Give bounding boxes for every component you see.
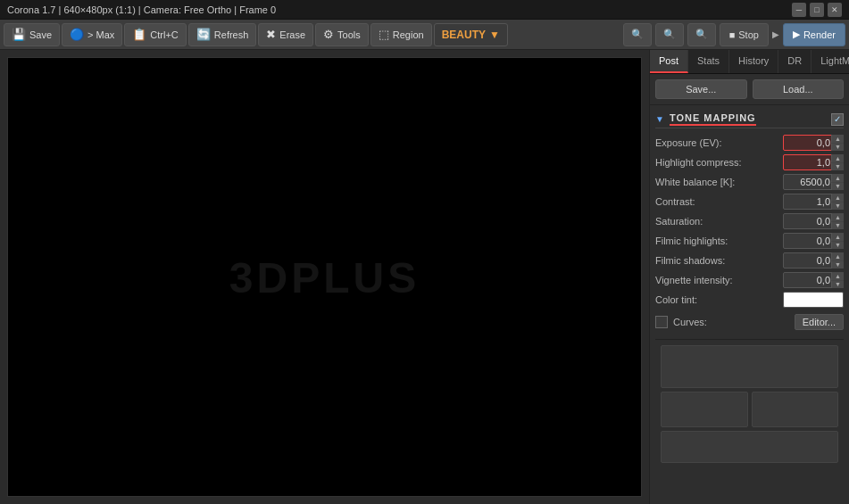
refresh-button[interactable]: 🔄 Refresh — [188, 23, 257, 46]
curves-editor-button[interactable]: Editor... — [795, 314, 844, 330]
window-controls: ─ □ ✕ — [792, 3, 842, 17]
max-icon: 🔵 — [70, 28, 84, 41]
zoom-fit-button[interactable]: 🔍 — [623, 23, 652, 46]
zoom-fit-icon: 🔍 — [631, 29, 644, 40]
prop-spin-down-white_balance[interactable]: ▼ — [831, 183, 844, 191]
stop-button[interactable]: ■ Stop — [720, 23, 769, 46]
tone-mapping-title: TONE MAPPING — [670, 112, 756, 126]
beauty-dropdown[interactable]: BEAUTY ▼ — [434, 23, 508, 46]
tab-lightmix[interactable]: LightMix — [812, 50, 849, 73]
prop-spin-down-exposure[interactable]: ▼ — [831, 144, 844, 152]
region-icon: ⬚ — [379, 28, 389, 41]
tab-dr[interactable]: DR — [778, 50, 812, 73]
copy-icon: 📋 — [132, 28, 146, 41]
prop-input-wrap-vignette_intensity: ▲▼ — [783, 272, 844, 288]
zoom-in-button[interactable]: 🔍 — [655, 23, 684, 46]
prop-label-contrast: Contrast: — [655, 196, 783, 207]
prop-input-wrap-white_balance: ▲▼ — [783, 174, 844, 190]
maximize-button[interactable]: □ — [810, 3, 824, 17]
prop-spin-up-contrast[interactable]: ▲ — [831, 194, 844, 202]
tone-mapping-section: ▼ TONE MAPPING ✓ Exposure (EV):▲▼Highlig… — [650, 105, 849, 504]
erase-button[interactable]: ✖ Erase — [258, 23, 313, 46]
prop-spin-up-filmic_highlights[interactable]: ▲ — [831, 233, 844, 242]
prop-spin-down-saturation[interactable]: ▼ — [831, 222, 844, 230]
arrow-icon: ▶ — [772, 29, 779, 39]
panel-tabs: Post Stats History DR LightMix — [650, 50, 849, 74]
prop-spin-down-contrast[interactable]: ▼ — [831, 202, 844, 211]
zoom-out-icon: 🔍 — [695, 29, 708, 40]
prop-spin-up-vignette_intensity[interactable]: ▲ — [831, 272, 844, 281]
tab-post[interactable]: Post — [650, 50, 688, 73]
prop-spin-up-saturation[interactable]: ▲ — [831, 213, 844, 222]
render-viewport: 3DPLUS — [7, 57, 642, 497]
tone-mapping-header: ▼ TONE MAPPING ✓ — [655, 111, 844, 128]
close-button[interactable]: ✕ — [828, 3, 842, 17]
save-icon: 💾 — [12, 28, 26, 41]
preview-row-2 — [661, 431, 838, 463]
save-panel-button[interactable]: Save... — [655, 79, 747, 99]
minimize-button[interactable]: ─ — [792, 3, 806, 17]
prop-row-filmic_highlights: Filmic highlights:▲▼ — [655, 232, 844, 250]
tab-history[interactable]: History — [729, 50, 778, 73]
render-button[interactable]: ▶ Render — [783, 23, 845, 46]
tone-mapping-toggle[interactable]: ✓ — [831, 113, 844, 126]
prop-spinner-contrast: ▲▼ — [831, 194, 844, 210]
prop-row-white_balance: White balance [K]:▲▼ — [655, 173, 844, 191]
save-button[interactable]: 💾 Save — [4, 23, 60, 46]
prop-label-exposure: Exposure (EV): — [655, 137, 783, 148]
color-tint-label: Color tint: — [655, 294, 783, 305]
prop-spin-down-filmic_highlights[interactable]: ▼ — [831, 242, 844, 250]
title-bar: Corona 1.7 | 640×480px (1:1) | Camera: F… — [0, 0, 849, 20]
prop-row-saturation: Saturation:▲▼ — [655, 212, 844, 230]
tab-stats[interactable]: Stats — [688, 50, 729, 73]
prop-input-wrap-exposure: ▲▼ — [783, 135, 844, 151]
prop-spin-down-vignette_intensity[interactable]: ▼ — [831, 281, 844, 289]
prop-spin-down-highlight_compress[interactable]: ▼ — [831, 163, 844, 171]
watermark: 3DPLUS — [229, 252, 420, 302]
prop-input-wrap-highlight_compress: ▲▼ — [783, 154, 844, 170]
prop-spin-up-white_balance[interactable]: ▲ — [831, 174, 844, 183]
color-tint-row: Color tint: — [655, 291, 844, 309]
prop-label-filmic_shadows: Filmic shadows: — [655, 255, 783, 266]
prop-spin-down-filmic_shadows[interactable]: ▼ — [831, 261, 844, 269]
region-button[interactable]: ⬚ Region — [370, 23, 432, 46]
prop-spinner-filmic_shadows: ▲▼ — [831, 252, 844, 269]
dropdown-arrow-icon: ▼ — [489, 29, 500, 41]
curves-row: Curves: Editor... — [655, 312, 844, 332]
panel-actions: Save... Load... — [650, 74, 849, 105]
ctrl-c-button[interactable]: 📋 Ctrl+C — [124, 23, 186, 46]
prop-row-contrast: Contrast:▲▼ — [655, 193, 844, 211]
render-icon: ▶ — [793, 29, 800, 40]
max-button[interactable]: 🔵 > Max — [62, 23, 122, 46]
tools-button[interactable]: ⚙ Tools — [315, 23, 369, 46]
prop-label-vignette_intensity: Vignette intensity: — [655, 275, 783, 285]
prop-spinner-white_balance: ▲▼ — [831, 174, 844, 190]
curves-checkbox[interactable] — [655, 316, 668, 328]
prop-spinner-exposure: ▲▼ — [831, 135, 844, 151]
prop-input-wrap-filmic_highlights: ▲▼ — [783, 233, 844, 249]
prop-spin-up-highlight_compress[interactable]: ▲ — [831, 154, 844, 163]
tools-icon: ⚙ — [323, 28, 334, 41]
prop-label-filmic_highlights: Filmic highlights: — [655, 235, 783, 246]
prop-row-exposure: Exposure (EV):▲▼ — [655, 134, 844, 152]
prop-input-wrap-saturation: ▲▼ — [783, 213, 844, 229]
prop-input-wrap-filmic_shadows: ▲▼ — [783, 252, 844, 269]
color-tint-swatch[interactable] — [783, 292, 844, 308]
preview-row — [661, 392, 838, 427]
prop-spin-up-filmic_shadows[interactable]: ▲ — [831, 252, 844, 261]
erase-icon: ✖ — [266, 28, 276, 41]
stop-icon: ■ — [729, 29, 736, 40]
prop-label-highlight_compress: Highlight compress: — [655, 157, 783, 168]
app-title: Corona 1.7 | 640×480px (1:1) | Camera: F… — [7, 4, 276, 15]
prop-input-wrap-contrast: ▲▼ — [783, 194, 844, 210]
prop-spin-up-exposure[interactable]: ▲ — [831, 135, 844, 144]
zoom-out-button[interactable]: 🔍 — [687, 23, 716, 46]
collapse-icon[interactable]: ▼ — [655, 114, 664, 124]
right-panel: Post Stats History DR LightMix Save... L… — [649, 50, 849, 504]
prop-row-vignette_intensity: Vignette intensity:▲▼ — [655, 271, 844, 289]
zoom-in-icon: 🔍 — [663, 29, 676, 40]
property-rows: Exposure (EV):▲▼Highlight compress:▲▼Whi… — [655, 134, 844, 289]
prop-label-white_balance: White balance [K]: — [655, 177, 783, 187]
load-panel-button[interactable]: Load... — [753, 79, 845, 99]
prop-label-saturation: Saturation: — [655, 216, 783, 227]
